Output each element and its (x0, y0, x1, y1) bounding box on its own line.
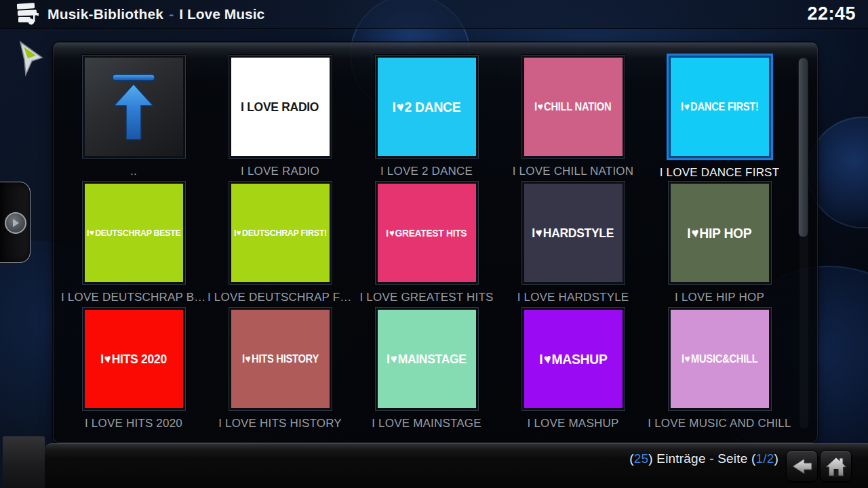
heart-icon: ♥ (684, 101, 690, 112)
station-logo-text: I LOVE RADIO (241, 100, 319, 113)
page-number: 1/2 (755, 451, 774, 466)
status-text: ) Einträge - Seite ( (648, 451, 755, 466)
station-artwork: I♥DEUTSCHRAP BESTE (85, 184, 183, 282)
station-tile[interactable] (82, 55, 186, 159)
up-arrow-icon (107, 72, 160, 142)
grid-cell: .. (60, 55, 207, 181)
station-tile[interactable]: I♥DEUTSCHRAP FIRST! (229, 181, 332, 285)
page-subtitle: I Love Music (179, 6, 264, 22)
station-artwork: I♥DANCE FIRST! (671, 58, 769, 156)
station-tile[interactable]: I♥2 DANCE (375, 55, 479, 159)
station-artwork: I♥CHILL NATION (524, 58, 623, 156)
station-tile[interactable]: I♥MAINSTAGE (375, 307, 479, 411)
breadcrumb: Musik-Bibliothek - I Love Music (47, 6, 264, 22)
station-label: I LOVE MASHUP (528, 417, 619, 430)
music-library-icon (15, 3, 41, 26)
station-logo-text: I♥MAINSTAGE (387, 352, 467, 365)
station-tile[interactable]: I♥GREATEST HITS (375, 181, 479, 285)
station-logo-text: I♥HITS HISTORY (241, 354, 318, 365)
entries-page-status: (25) Einträge - Seite (1/2) (629, 451, 778, 466)
back-button[interactable] (786, 450, 818, 482)
grid-cell: I♥GREATEST HITS I LOVE GREATEST HITS (353, 181, 500, 307)
grid-cell: I♥HIP HOP I LOVE HIP HOP (646, 181, 793, 307)
grid-cell: I LOVE RADIO I LOVE RADIO (207, 55, 353, 181)
station-artwork: I LOVE RADIO (231, 58, 330, 156)
station-tile[interactable]: I♥DEUTSCHRAP BESTE (82, 181, 186, 285)
grid-cell: I♥DEUTSCHRAP BESTE I LOVE DEUTSCHRAP BE.… (60, 181, 207, 307)
station-logo-text: I♥2 DANCE (392, 100, 460, 114)
station-label: I LOVE CHILL NATION (513, 165, 634, 178)
grid-cell: I♥DANCE FIRST! I LOVE DANCE FIRST (646, 55, 793, 181)
station-artwork: I♥MUSIC&CHILL (671, 310, 769, 408)
heart-icon: ♥ (389, 228, 395, 238)
clock: 22:45 (807, 3, 856, 24)
heart-icon: ♥ (236, 228, 241, 238)
station-tile[interactable]: I♥MUSIC&CHILL (668, 307, 772, 411)
back-arrow-icon (791, 456, 814, 476)
station-artwork: I♥DEUTSCHRAP FIRST! (231, 184, 330, 282)
station-label: I LOVE MUSIC AND CHILL (648, 417, 791, 430)
station-grid: .. I LOVE RADIO I LOVE RADIO (60, 55, 793, 433)
station-label: I LOVE HITS HISTORY (218, 417, 342, 430)
entries-count: 25 (634, 451, 649, 466)
station-tile[interactable]: I♥HITS 2020 (82, 307, 186, 411)
footer-left-block (3, 436, 45, 488)
grid-cell: I♥2 DANCE I LOVE 2 DANCE (353, 55, 500, 181)
station-label: .. (130, 165, 137, 178)
station-tile[interactable]: I♥MASHUP (521, 307, 625, 411)
station-artwork: I♥HIP HOP (671, 184, 769, 282)
station-logo-text: I♥DEUTSCHRAP FIRST! (234, 228, 327, 238)
station-logo-text: I♥GREATEST HITS (386, 228, 467, 238)
heart-icon: ♥ (89, 228, 94, 238)
station-artwork (85, 58, 183, 156)
status-text: ) (774, 451, 778, 466)
expand-button[interactable] (5, 212, 26, 234)
station-label: I LOVE HITS 2020 (85, 417, 182, 430)
station-artwork: I♥GREATEST HITS (378, 184, 476, 282)
title-separator: - (169, 6, 174, 22)
station-label: I LOVE DANCE FIRST (660, 166, 779, 180)
station-logo-text: I♥MUSIC&CHILL (682, 354, 757, 365)
heart-icon: ♥ (542, 352, 551, 366)
top-bar: Musik-Bibliothek - I Love Music 22:45 (0, 0, 868, 28)
page-title: Musik-Bibliothek (47, 6, 163, 22)
grid-cell: I♥DEUTSCHRAP FIRST! I LOVE DEUTSCHRAP FI… (207, 181, 353, 307)
station-tile[interactable]: I♥DANCE FIRST! (667, 54, 773, 160)
station-logo-text: I♥DANCE FIRST! (681, 102, 759, 113)
station-artwork: I♥HARDSTYLE (524, 184, 623, 282)
side-panel-handle[interactable] (0, 182, 31, 263)
station-artwork: I♥HITS 2020 (85, 310, 183, 408)
station-label: I LOVE DEUTSCHRAP BE... (61, 291, 206, 304)
station-artwork: I♥HITS HISTORY (231, 310, 330, 408)
station-artwork: I♥2 DANCE (378, 58, 476, 156)
grid-cell: I♥HARDSTYLE I LOVE HARDSTYLE (500, 181, 646, 307)
station-label: I LOVE RADIO (241, 165, 319, 178)
station-tile[interactable]: I♥HARDSTYLE (521, 181, 625, 285)
station-logo-text: I♥CHILL NATION (534, 102, 611, 113)
station-tile[interactable]: I LOVE RADIO (229, 55, 332, 159)
heart-icon: ♥ (390, 352, 398, 365)
station-logo-text: I♥HARDSTYLE (532, 226, 614, 239)
heart-icon: ♥ (244, 353, 251, 364)
grid-cell: I♥HITS HISTORY I LOVE HITS HISTORY (207, 307, 353, 433)
station-logo-text: I♥DEUTSCHRAP BESTE (87, 228, 181, 238)
station-artwork: I♥MAINSTAGE (378, 310, 476, 408)
station-tile[interactable]: I♥HIP HOP (668, 181, 772, 285)
station-tile[interactable]: I♥CHILL NATION (521, 55, 625, 159)
home-icon (825, 455, 848, 477)
scrollbar-thumb[interactable] (798, 58, 808, 237)
station-label: I LOVE 2 DANCE (380, 165, 473, 178)
station-label: I LOVE HARDSTYLE (517, 291, 629, 304)
station-logo-text: I♥HIP HOP (687, 226, 751, 240)
station-label: I LOVE MAINSTAGE (372, 417, 481, 430)
station-logo-text: I♥MASHUP (539, 352, 607, 366)
side-tab-arrow-icon (12, 218, 20, 228)
home-button[interactable] (820, 450, 852, 482)
heart-icon: ♥ (535, 226, 543, 239)
grid-cell: I♥MASHUP I LOVE MASHUP (500, 307, 646, 433)
grid-cell: I♥CHILL NATION I LOVE CHILL NATION (500, 55, 646, 181)
station-tile[interactable]: I♥HITS HISTORY (229, 307, 332, 411)
heart-icon: ♥ (396, 100, 405, 114)
grid-cell: I♥MUSIC&CHILL I LOVE MUSIC AND CHILL (646, 307, 793, 433)
station-label: I LOVE DEUTSCHRAP FI... (208, 291, 353, 304)
